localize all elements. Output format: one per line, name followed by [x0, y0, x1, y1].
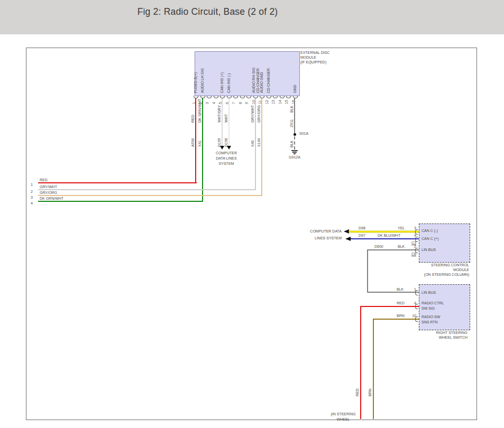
wire-color-label: DK GRN/WHT [198, 99, 201, 123]
pin-label-can-ihs-minus: CAN IHS (-) [227, 73, 231, 93]
computer-data-lines-right-label: COMPUTER DATA LINES SYSTEM [286, 228, 342, 241]
wire-color-label: BLK [290, 141, 294, 147]
circuit-label: X41 [198, 141, 201, 147]
external-disc-module-caption: EXTERNAL DISC MODULE (IF EQUIPPED) [300, 50, 329, 64]
splice-dot [294, 133, 296, 136]
wire-brn-vertical-bottom [373, 319, 374, 419]
pin-number: 4 [212, 102, 216, 104]
circuit-label-d97: D97 [359, 234, 365, 238]
label-line: COMPUTER DATA [286, 228, 342, 235]
label-line: COMPUTER [205, 151, 248, 156]
wire-dk-blu-wht [351, 238, 419, 239]
wire-color-label: RED [191, 115, 195, 123]
figure-title-bar: Fig 2: Radio Circuit, Base (2 of 2) [0, 0, 504, 34]
wire-color-label-brn: BRN [368, 388, 372, 396]
left-pin-number: 1 [28, 183, 33, 187]
ground-icon [292, 152, 297, 153]
wire-dk-grn-wht-horizontal [38, 201, 203, 202]
down-arrow-icon [220, 146, 224, 150]
connector-label-c6: C6 [407, 252, 416, 256]
pin-number: 13 [271, 100, 275, 104]
wire-color-label-red: RED [355, 388, 359, 396]
note-line: (IN STEERING [323, 412, 363, 417]
ground-icon [294, 153, 296, 154]
left-pin-number: 4 [28, 201, 33, 206]
wire-color-label: RED [397, 301, 405, 305]
wire-wht-vertical [228, 98, 230, 146]
wire-color-label: YEL [398, 226, 405, 230]
wire-blk-dashed [294, 136, 295, 150]
wire-brn-switch [373, 319, 419, 320]
caption-line: STEERING CONTROL [395, 263, 469, 267]
caption-line: MODULE [300, 55, 329, 60]
wire-gry-org-horizontal [38, 195, 262, 196]
wire-color-label: BLK [397, 287, 404, 292]
circuit-label: X140 [257, 138, 261, 147]
scm-pin-label-can-c-plus: CAN C (+) [421, 237, 438, 241]
wire-color-label: GRY/ORG [257, 105, 261, 123]
wire-dk-grn-wht-vertical [202, 98, 203, 202]
figure-title: Fig 2: Radio Circuit, Base (2 of 2) [0, 6, 415, 17]
label-line: LINES SYSTEM [286, 235, 342, 241]
switch-pin-label-radio-ctrl: RADIO CTRL [421, 301, 444, 305]
pin-label-line: CD CHANGER [256, 68, 260, 93]
switch-pin-label-lin-bus: LIN BUS [421, 291, 436, 295]
pin-number: 9 [245, 102, 249, 104]
left-wire-color-label: GRY/ORG [40, 191, 57, 195]
switch-pin-label-radio-sw: RADIO SW [421, 315, 440, 319]
pin-arc [415, 237, 418, 242]
wire-color-label: DK BLU/WHT [378, 234, 400, 238]
scm-pin-label-lin-bus: LIN BUS [421, 248, 436, 252]
pin-number: 8 [239, 102, 242, 104]
wire-color-label: WHT [224, 114, 228, 123]
pin-arc [415, 229, 418, 235]
label-line: SYSTEM [205, 161, 248, 166]
wire-blk-vertical-lin [367, 249, 368, 293]
pin-number: 12 [265, 100, 269, 104]
circuit-label: A936 [191, 138, 195, 147]
scm-pin-label-can-c-minus: CAN C (-) [421, 229, 438, 233]
caption-line: (ON STEERING COLUMN) [395, 272, 469, 277]
wire-color-label: BLK [290, 106, 294, 113]
wire-gry-wht-vertical [255, 98, 256, 190]
pin-arc [415, 290, 418, 295]
steering-control-module-caption: STEERING CONTROL MODULE (ON STEERING COL… [395, 263, 469, 277]
pin-arc [415, 248, 418, 253]
left-wire-color-label: DK GRN/WHT [40, 197, 63, 201]
in-steering-wheel-note: (IN STEERING WHEEL [323, 412, 363, 422]
left-wire-color-label: RED [40, 178, 48, 182]
caption-line: (IF EQUIPPED) [300, 60, 329, 64]
down-arrow-icon [227, 146, 231, 150]
pin-label-gnd: GND [293, 85, 297, 93]
caption-line: EXTERNAL DISC [300, 50, 329, 55]
wire-red-vertical-bottom [360, 306, 361, 419]
splice-label: S01A [299, 132, 308, 136]
wire-gry-wht-horizontal [38, 189, 256, 190]
circuit-label: X40 [251, 141, 254, 147]
pin-number: 15 [285, 100, 288, 104]
pin-number: 14 [278, 100, 282, 104]
note-line: WHEEL [323, 417, 363, 422]
wire-red-switch [361, 306, 419, 307]
caption-line: MODULE [395, 267, 469, 272]
pin-arc [415, 304, 418, 309]
caption-line: RIGHT STEERING [393, 330, 468, 335]
external-disc-module-block [195, 51, 300, 96]
ground-icon [291, 150, 298, 151]
circuit-label: Z911 [290, 119, 294, 127]
wire-red-vertical [195, 98, 196, 183]
wire-blk-scm [368, 249, 419, 250]
wire-color-label: BLK [398, 245, 405, 249]
switch-pin-label-sns-rtn: SNS RTN [421, 320, 438, 324]
pin-number: 3 [205, 102, 209, 104]
wire-wht-gry-vertical [222, 98, 223, 146]
pin-label-fused-b: FUSED B(+) [194, 72, 197, 93]
circuit-label-d98: D98 [359, 226, 365, 230]
left-arrow-icon [345, 237, 351, 241]
circuit-label-d500: D500 [374, 245, 383, 249]
pin-label-can-ihs-plus: CAN IHS (+) [220, 72, 224, 93]
pin-number: 7 [232, 102, 235, 104]
left-arrow-icon [344, 229, 349, 234]
pin-label-cd-changer: CD CHANGER [267, 68, 270, 93]
wire-red-horizontal [38, 182, 197, 183]
